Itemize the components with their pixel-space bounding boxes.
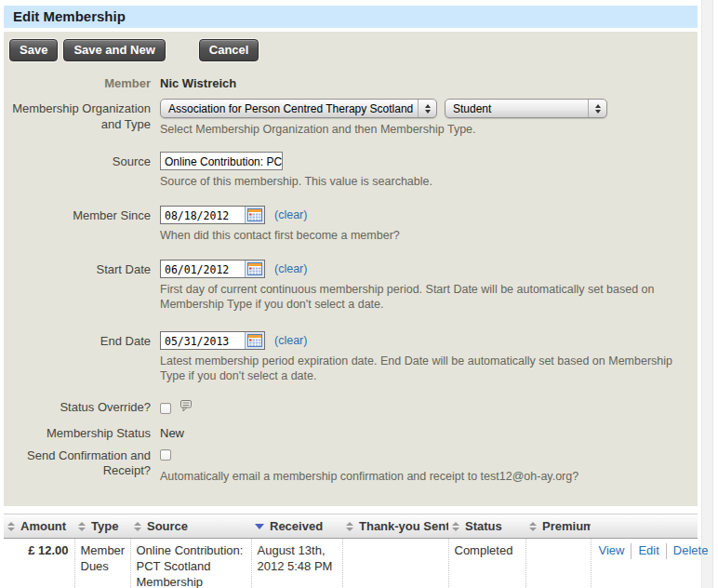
column-header-amount[interactable]: Amount: [4, 514, 74, 539]
select-arrows-icon: [588, 100, 606, 117]
sort-icon[interactable]: [452, 522, 459, 531]
end-date-clear-link[interactable]: (clear): [274, 331, 307, 350]
status-override-checkbox[interactable]: [160, 403, 171, 414]
scrollbar-track[interactable]: [701, 0, 713, 588]
member-since-help: When did this contact first become a mem…: [160, 228, 683, 243]
member-since-row: Member Since 08/18/2012: [4, 206, 698, 243]
page-title: Edit Membership: [4, 6, 698, 28]
column-header-thank-you-sent[interactable]: Thank-you Sent: [342, 514, 448, 539]
column-header-actions: [591, 514, 698, 539]
column-header-source[interactable]: Source: [130, 514, 251, 539]
membership-type-value: Student: [445, 102, 588, 115]
org-type-row: Membership Organization and Type Associa…: [4, 99, 698, 137]
end-date-label: End Date: [4, 331, 160, 349]
sort-icon[interactable]: [134, 522, 141, 531]
sort-icon[interactable]: [7, 522, 15, 531]
contributions-section: Amount Type Source Received: [4, 506, 698, 588]
membership-status-label: Membership Status: [4, 423, 160, 441]
membership-organization-value: Association for Person Centred Therapy S…: [161, 102, 418, 115]
send-confirmation-label: Send Confirmation and Receipt?: [4, 446, 160, 479]
member-since-label: Member Since: [4, 206, 160, 223]
start-date-value: 06/01/2012: [161, 261, 245, 277]
sort-icon[interactable]: [346, 522, 353, 531]
start-date-help: First day of current continuous membersh…: [160, 282, 683, 313]
start-date-input[interactable]: 06/01/2012: [160, 260, 265, 278]
sort-icon[interactable]: [78, 522, 86, 531]
start-date-clear-link[interactable]: (clear): [274, 260, 307, 278]
cell-amount: £ 12.00: [4, 539, 74, 588]
source-help: Source of this membership. This value is…: [160, 174, 683, 189]
save-and-new-button[interactable]: Save and New: [63, 39, 165, 61]
end-date-input[interactable]: 05/31/2013: [160, 331, 265, 350]
cell-source: Online Contribution: PCT Scotland Member…: [130, 539, 251, 588]
column-header-type[interactable]: Type: [74, 514, 130, 539]
member-since-input[interactable]: 08/18/2012: [160, 206, 265, 224]
end-date-value: 05/31/2013: [161, 332, 245, 349]
member-since-clear-link[interactable]: (clear): [274, 206, 307, 224]
delete-link[interactable]: Delete: [666, 543, 715, 559]
edit-link[interactable]: Edit: [631, 543, 665, 559]
member-label: Member: [4, 74, 160, 91]
cell-actions: View Edit Delete: [591, 539, 698, 588]
status-override-label: Status Override?: [4, 397, 160, 415]
membership-type-select[interactable]: Student: [445, 99, 607, 118]
source-row: Source Online Contribution: PCT Scotland…: [4, 152, 698, 189]
page: Edit Membership Save Save and New Cancel…: [0, 0, 718, 588]
calendar-icon[interactable]: [245, 261, 264, 277]
column-header-premium[interactable]: Premium: [525, 514, 591, 539]
send-confirmation-checkbox[interactable]: [160, 449, 171, 461]
status-override-row: Status Override?: [4, 397, 698, 415]
cell-received: August 13th, 2012 5:48 PM: [251, 539, 342, 588]
member-name: Nic Wistreich: [160, 74, 698, 90]
sort-icon[interactable]: [529, 522, 537, 531]
send-confirmation-help: Automatically email a membership confirm…: [160, 469, 683, 484]
cell-premium: [525, 539, 591, 588]
membership-status-value: New: [160, 423, 698, 440]
end-date-help: Latest membership period expiration date…: [160, 354, 683, 384]
select-arrows-icon: [418, 100, 436, 117]
cell-type: Member Dues: [74, 539, 130, 588]
send-confirmation-row: Send Confirmation and Receipt? Automatic…: [4, 446, 698, 485]
column-header-status[interactable]: Status: [448, 514, 525, 539]
end-date-row: End Date 05/31/2013: [4, 331, 698, 384]
source-input[interactable]: Online Contribution: PCT Scotland Member…: [160, 152, 283, 170]
cell-thank-you-sent: [342, 539, 448, 588]
save-button[interactable]: Save: [9, 39, 58, 61]
membership-organization-select[interactable]: Association for Person Centred Therapy S…: [160, 99, 437, 118]
calendar-icon[interactable]: [245, 332, 264, 349]
section-divider: [4, 506, 698, 514]
contribution-row: £ 12.00 Member Dues Online Contribution:…: [4, 539, 698, 588]
sort-desc-active-icon[interactable]: [255, 524, 264, 529]
member-since-value: 08/18/2012: [161, 207, 245, 223]
help-balloon-icon[interactable]: [180, 400, 193, 415]
table-header-row: Amount Type Source Received: [4, 514, 698, 539]
view-link[interactable]: View: [597, 543, 632, 559]
cell-status: Completed: [448, 539, 525, 588]
membership-status-row: Membership Status New: [4, 423, 698, 441]
org-type-label: Membership Organization and Type: [4, 99, 160, 132]
start-date-row: Start Date 06/01/2012: [4, 260, 698, 313]
member-row: Member Nic Wistreich: [4, 74, 698, 91]
start-date-label: Start Date: [4, 260, 160, 277]
calendar-icon[interactable]: [245, 207, 264, 223]
edit-membership-form: Save Save and New Cancel Member Nic Wist…: [4, 32, 698, 588]
cancel-button[interactable]: Cancel: [199, 39, 259, 61]
org-type-help: Select Membership Organization and then …: [160, 122, 683, 137]
source-label: Source: [4, 152, 160, 169]
form-buttons: Save Save and New Cancel: [4, 39, 698, 61]
contributions-table: Amount Type Source Received: [4, 514, 698, 588]
column-header-received[interactable]: Received: [251, 514, 342, 539]
